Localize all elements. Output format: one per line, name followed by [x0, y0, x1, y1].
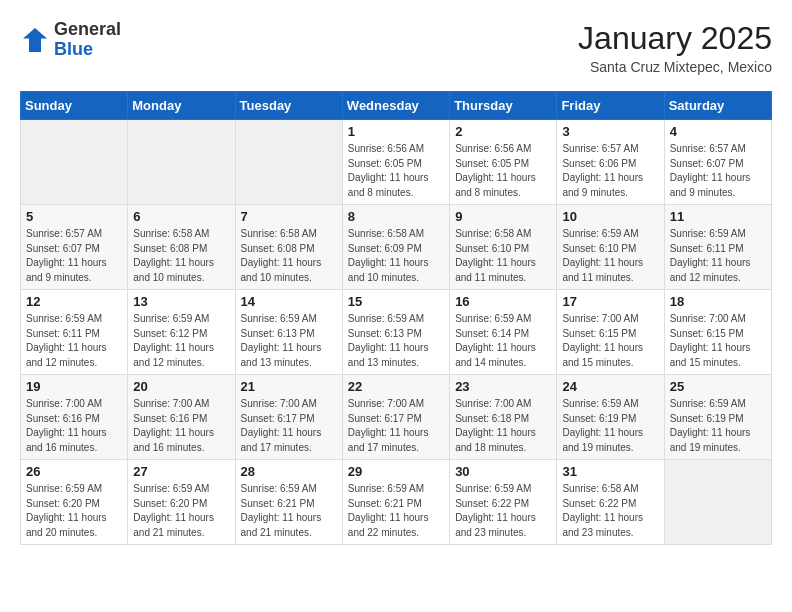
calendar-cell: 7Sunrise: 6:58 AM Sunset: 6:08 PM Daylig… — [235, 205, 342, 290]
calendar-cell: 29Sunrise: 6:59 AM Sunset: 6:21 PM Dayli… — [342, 460, 449, 545]
day-number: 15 — [348, 294, 444, 309]
calendar-cell: 31Sunrise: 6:58 AM Sunset: 6:22 PM Dayli… — [557, 460, 664, 545]
day-info: Sunrise: 6:59 AM Sunset: 6:22 PM Dayligh… — [455, 482, 551, 540]
calendar-week-3: 12Sunrise: 6:59 AM Sunset: 6:11 PM Dayli… — [21, 290, 772, 375]
calendar-cell: 15Sunrise: 6:59 AM Sunset: 6:13 PM Dayli… — [342, 290, 449, 375]
day-number: 16 — [455, 294, 551, 309]
day-number: 26 — [26, 464, 122, 479]
calendar-cell: 27Sunrise: 6:59 AM Sunset: 6:20 PM Dayli… — [128, 460, 235, 545]
day-info: Sunrise: 6:59 AM Sunset: 6:13 PM Dayligh… — [348, 312, 444, 370]
calendar-cell: 4Sunrise: 6:57 AM Sunset: 6:07 PM Daylig… — [664, 120, 771, 205]
calendar-cell: 30Sunrise: 6:59 AM Sunset: 6:22 PM Dayli… — [450, 460, 557, 545]
day-info: Sunrise: 7:00 AM Sunset: 6:18 PM Dayligh… — [455, 397, 551, 455]
day-info: Sunrise: 7:00 AM Sunset: 6:15 PM Dayligh… — [670, 312, 766, 370]
day-info: Sunrise: 6:59 AM Sunset: 6:21 PM Dayligh… — [348, 482, 444, 540]
day-info: Sunrise: 6:59 AM Sunset: 6:19 PM Dayligh… — [562, 397, 658, 455]
day-info: Sunrise: 6:59 AM Sunset: 6:19 PM Dayligh… — [670, 397, 766, 455]
weekday-header-wednesday: Wednesday — [342, 92, 449, 120]
day-info: Sunrise: 6:59 AM Sunset: 6:14 PM Dayligh… — [455, 312, 551, 370]
day-number: 18 — [670, 294, 766, 309]
calendar-week-2: 5Sunrise: 6:57 AM Sunset: 6:07 PM Daylig… — [21, 205, 772, 290]
day-info: Sunrise: 6:59 AM Sunset: 6:11 PM Dayligh… — [26, 312, 122, 370]
weekday-header-row: SundayMondayTuesdayWednesdayThursdayFrid… — [21, 92, 772, 120]
calendar-cell: 5Sunrise: 6:57 AM Sunset: 6:07 PM Daylig… — [21, 205, 128, 290]
day-number: 7 — [241, 209, 337, 224]
calendar-cell: 3Sunrise: 6:57 AM Sunset: 6:06 PM Daylig… — [557, 120, 664, 205]
day-number: 17 — [562, 294, 658, 309]
calendar-cell — [664, 460, 771, 545]
day-info: Sunrise: 6:59 AM Sunset: 6:20 PM Dayligh… — [133, 482, 229, 540]
day-info: Sunrise: 6:59 AM Sunset: 6:21 PM Dayligh… — [241, 482, 337, 540]
day-number: 24 — [562, 379, 658, 394]
weekday-header-monday: Monday — [128, 92, 235, 120]
day-number: 11 — [670, 209, 766, 224]
calendar-cell: 16Sunrise: 6:59 AM Sunset: 6:14 PM Dayli… — [450, 290, 557, 375]
calendar-week-1: 1Sunrise: 6:56 AM Sunset: 6:05 PM Daylig… — [21, 120, 772, 205]
calendar-cell: 17Sunrise: 7:00 AM Sunset: 6:15 PM Dayli… — [557, 290, 664, 375]
day-info: Sunrise: 6:59 AM Sunset: 6:13 PM Dayligh… — [241, 312, 337, 370]
day-number: 9 — [455, 209, 551, 224]
calendar-cell: 13Sunrise: 6:59 AM Sunset: 6:12 PM Dayli… — [128, 290, 235, 375]
day-number: 1 — [348, 124, 444, 139]
day-info: Sunrise: 7:00 AM Sunset: 6:16 PM Dayligh… — [133, 397, 229, 455]
weekday-header-sunday: Sunday — [21, 92, 128, 120]
calendar-cell: 6Sunrise: 6:58 AM Sunset: 6:08 PM Daylig… — [128, 205, 235, 290]
calendar-cell: 28Sunrise: 6:59 AM Sunset: 6:21 PM Dayli… — [235, 460, 342, 545]
day-number: 14 — [241, 294, 337, 309]
day-info: Sunrise: 6:58 AM Sunset: 6:22 PM Dayligh… — [562, 482, 658, 540]
calendar-cell: 14Sunrise: 6:59 AM Sunset: 6:13 PM Dayli… — [235, 290, 342, 375]
day-number: 13 — [133, 294, 229, 309]
weekday-header-saturday: Saturday — [664, 92, 771, 120]
day-info: Sunrise: 6:58 AM Sunset: 6:09 PM Dayligh… — [348, 227, 444, 285]
day-number: 21 — [241, 379, 337, 394]
calendar-cell: 19Sunrise: 7:00 AM Sunset: 6:16 PM Dayli… — [21, 375, 128, 460]
day-info: Sunrise: 6:56 AM Sunset: 6:05 PM Dayligh… — [348, 142, 444, 200]
calendar-cell — [21, 120, 128, 205]
calendar-cell: 18Sunrise: 7:00 AM Sunset: 6:15 PM Dayli… — [664, 290, 771, 375]
day-number: 28 — [241, 464, 337, 479]
calendar-cell: 2Sunrise: 6:56 AM Sunset: 6:05 PM Daylig… — [450, 120, 557, 205]
day-number: 29 — [348, 464, 444, 479]
day-info: Sunrise: 7:00 AM Sunset: 6:16 PM Dayligh… — [26, 397, 122, 455]
day-info: Sunrise: 6:56 AM Sunset: 6:05 PM Dayligh… — [455, 142, 551, 200]
day-info: Sunrise: 6:59 AM Sunset: 6:12 PM Dayligh… — [133, 312, 229, 370]
day-number: 20 — [133, 379, 229, 394]
svg-marker-0 — [23, 28, 47, 52]
calendar-cell: 21Sunrise: 7:00 AM Sunset: 6:17 PM Dayli… — [235, 375, 342, 460]
day-number: 19 — [26, 379, 122, 394]
day-number: 27 — [133, 464, 229, 479]
day-number: 2 — [455, 124, 551, 139]
day-number: 12 — [26, 294, 122, 309]
calendar-cell: 26Sunrise: 6:59 AM Sunset: 6:20 PM Dayli… — [21, 460, 128, 545]
day-info: Sunrise: 6:57 AM Sunset: 6:07 PM Dayligh… — [670, 142, 766, 200]
weekday-header-tuesday: Tuesday — [235, 92, 342, 120]
day-number: 31 — [562, 464, 658, 479]
calendar-cell: 22Sunrise: 7:00 AM Sunset: 6:17 PM Dayli… — [342, 375, 449, 460]
calendar-week-4: 19Sunrise: 7:00 AM Sunset: 6:16 PM Dayli… — [21, 375, 772, 460]
day-info: Sunrise: 6:57 AM Sunset: 6:06 PM Dayligh… — [562, 142, 658, 200]
logo-icon — [20, 25, 50, 55]
day-number: 25 — [670, 379, 766, 394]
day-info: Sunrise: 6:59 AM Sunset: 6:11 PM Dayligh… — [670, 227, 766, 285]
calendar-cell — [128, 120, 235, 205]
page-header: General Blue January 2025 Santa Cruz Mix… — [20, 20, 772, 75]
calendar-table: SundayMondayTuesdayWednesdayThursdayFrid… — [20, 91, 772, 545]
day-info: Sunrise: 6:57 AM Sunset: 6:07 PM Dayligh… — [26, 227, 122, 285]
day-info: Sunrise: 7:00 AM Sunset: 6:15 PM Dayligh… — [562, 312, 658, 370]
day-info: Sunrise: 6:58 AM Sunset: 6:08 PM Dayligh… — [241, 227, 337, 285]
day-info: Sunrise: 6:58 AM Sunset: 6:08 PM Dayligh… — [133, 227, 229, 285]
day-number: 30 — [455, 464, 551, 479]
weekday-header-thursday: Thursday — [450, 92, 557, 120]
calendar-cell: 23Sunrise: 7:00 AM Sunset: 6:18 PM Dayli… — [450, 375, 557, 460]
logo: General Blue — [20, 20, 121, 60]
calendar-week-5: 26Sunrise: 6:59 AM Sunset: 6:20 PM Dayli… — [21, 460, 772, 545]
day-number: 10 — [562, 209, 658, 224]
calendar-cell: 1Sunrise: 6:56 AM Sunset: 6:05 PM Daylig… — [342, 120, 449, 205]
calendar-cell: 11Sunrise: 6:59 AM Sunset: 6:11 PM Dayli… — [664, 205, 771, 290]
weekday-header-friday: Friday — [557, 92, 664, 120]
location-text: Santa Cruz Mixtepec, Mexico — [578, 59, 772, 75]
day-number: 22 — [348, 379, 444, 394]
calendar-cell: 8Sunrise: 6:58 AM Sunset: 6:09 PM Daylig… — [342, 205, 449, 290]
day-number: 8 — [348, 209, 444, 224]
calendar-cell: 20Sunrise: 7:00 AM Sunset: 6:16 PM Dayli… — [128, 375, 235, 460]
